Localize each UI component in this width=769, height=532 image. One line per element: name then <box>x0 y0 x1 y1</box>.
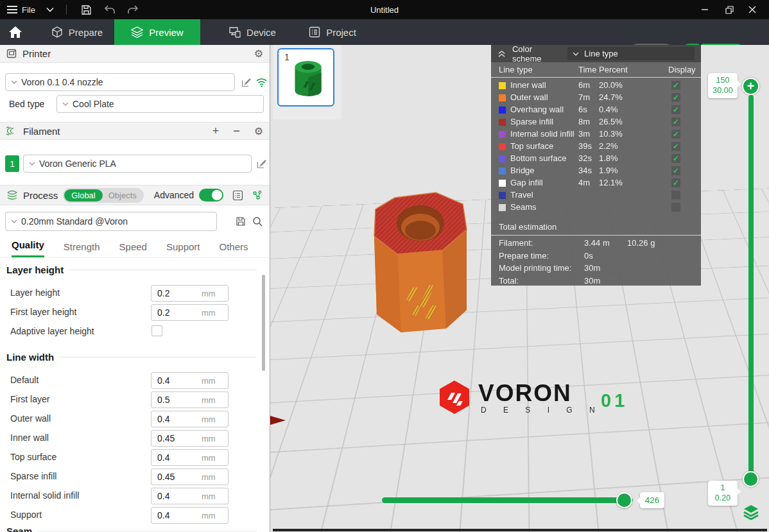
collapse-panel-icon[interactable] <box>497 50 506 58</box>
layer-min-tooltip: 1 0.20 <box>708 481 738 506</box>
search-icon[interactable] <box>250 214 264 228</box>
display-checkbox[interactable]: ✓ <box>671 166 680 175</box>
first-layer-height-field: mm <box>151 304 229 321</box>
step-slider-handle[interactable] <box>616 492 632 508</box>
close-button[interactable] <box>739 0 765 19</box>
preview-viewport[interactable]: VORON D E S I G N 01 <box>270 45 769 532</box>
tab-preview[interactable]: Preview <box>114 19 200 45</box>
line-type-time: 32s <box>578 153 592 163</box>
line-type-percent: 10.3% <box>599 129 623 139</box>
home-icon[interactable] <box>0 19 31 45</box>
value-input[interactable] <box>151 490 202 502</box>
save-preset-icon[interactable] <box>234 214 248 228</box>
line-type-time: 4m <box>578 178 590 187</box>
maximize-button[interactable] <box>716 0 742 19</box>
total-estimation-row: Total:30m <box>491 275 701 288</box>
display-checkbox[interactable]: ✓ <box>671 142 680 151</box>
display-checkbox[interactable]: ✓ <box>671 81 680 90</box>
app-window: File Untitled Prepare <box>0 0 769 532</box>
process-tab-quality[interactable]: Quality <box>12 239 44 257</box>
printer-preset-select[interactable]: Voron 0.1 0.4 nozzle <box>5 73 235 91</box>
display-checkbox[interactable]: ✓ <box>671 93 680 102</box>
tab-device[interactable]: Device <box>212 19 293 45</box>
process-tab-support[interactable]: Support <box>166 241 200 257</box>
line-type-name: Internal solid infill <box>510 129 575 139</box>
process-scope-toggle[interactable]: Global Objects <box>63 188 144 203</box>
estimation-value: 0s <box>584 251 593 261</box>
scope-global[interactable]: Global <box>64 189 103 202</box>
line-type-time: 8m <box>578 117 590 126</box>
total-estimation-row: Prepare time:0s <box>491 250 701 263</box>
param-label: Support <box>10 510 42 520</box>
compare-presets-icon[interactable] <box>252 190 263 201</box>
line-type-name: Travel <box>510 190 533 200</box>
filament-preset-select[interactable]: Voron Generic PLA <box>23 155 252 173</box>
line-type-color-swatch <box>499 119 506 126</box>
advanced-toggle[interactable] <box>199 189 223 202</box>
plate-thumbnail[interactable]: 1 <box>277 48 334 107</box>
line-type-percent: 1.8% <box>599 153 618 163</box>
sliced-model[interactable] <box>368 191 476 338</box>
adaptive-layer-height-checkbox[interactable] <box>151 325 162 336</box>
color-scheme-header: Color scheme Line type <box>491 45 701 62</box>
display-checkbox[interactable]: ✓ <box>671 105 680 114</box>
tab-project[interactable]: Project <box>294 19 371 45</box>
edit-printer-icon[interactable] <box>239 75 253 89</box>
line-type-name: Overhang wall <box>510 105 564 114</box>
filament-slot-badge[interactable]: 1 <box>5 155 19 172</box>
sparse-infill-width-field: mm <box>151 468 229 485</box>
collapsed-bottom-bar[interactable] <box>273 529 767 531</box>
value-input[interactable] <box>151 452 202 463</box>
display-checkbox[interactable] <box>671 191 680 200</box>
line-type-row: Seams <box>491 202 701 214</box>
process-tab-strength[interactable]: Strength <box>64 241 100 257</box>
line-type-name: Bridge <box>510 166 535 175</box>
value-input[interactable] <box>151 375 202 386</box>
edit-filament-icon[interactable] <box>254 157 268 171</box>
value-input[interactable] <box>151 433 202 444</box>
layer-height-input[interactable] <box>151 287 202 299</box>
remove-filament-icon[interactable]: − <box>233 124 240 138</box>
display-checkbox[interactable]: ✓ <box>671 130 680 139</box>
minimize-button[interactable] <box>692 0 718 19</box>
window-title: Untitled <box>0 0 769 19</box>
filament-settings-gear-icon[interactable]: ⚙ <box>254 125 263 137</box>
process-preset-select[interactable]: 0.20mm Standard @Voron <box>5 212 217 231</box>
display-checkbox[interactable] <box>671 203 680 212</box>
estimation-label: Prepare time: <box>499 251 549 261</box>
layer-slider-bottom-handle[interactable] <box>743 471 759 487</box>
layer-max-tooltip: 150 30.00 <box>708 73 738 98</box>
line-type-row: Bottom surface32s1.8%✓ <box>491 153 701 165</box>
display-checkbox[interactable]: ✓ <box>671 178 680 187</box>
bed-type-select[interactable]: Cool Plate <box>56 95 264 113</box>
sidebar-scrollbar[interactable] <box>262 275 265 371</box>
plate-brand-logo: VORON D E S I G N <box>438 380 602 415</box>
display-checkbox[interactable]: ✓ <box>671 154 680 163</box>
color-scheme-select[interactable]: Line type <box>567 47 695 60</box>
add-filament-icon[interactable]: + <box>212 124 220 138</box>
value-input[interactable] <box>151 471 202 483</box>
first-layer-height-input[interactable] <box>151 307 202 318</box>
process-tab-others[interactable]: Others <box>220 241 248 257</box>
plate-thumbnail-number: 1 <box>284 52 289 62</box>
process-tab-speed[interactable]: Speed <box>119 241 147 257</box>
printer-section-header: Printer ⚙ <box>0 45 270 63</box>
step-slider-track[interactable] <box>382 497 633 503</box>
voron-hexagon-icon <box>438 380 471 415</box>
layers-mode-icon[interactable] <box>742 503 760 521</box>
display-checkbox[interactable]: ✓ <box>671 117 680 126</box>
value-input[interactable] <box>151 510 202 521</box>
line-type-name: Inner wall <box>510 80 546 90</box>
line-type-row: Travel <box>491 189 701 202</box>
layer-slider-top-handle[interactable]: + <box>742 78 759 95</box>
tab-prepare[interactable]: Prepare <box>40 19 114 45</box>
layer-height-section-title: Layer height <box>6 264 257 275</box>
param-label: Default <box>10 375 39 385</box>
parameter-list-icon[interactable] <box>232 190 243 201</box>
layer-slider-track[interactable] <box>748 95 754 480</box>
value-input[interactable] <box>151 413 202 425</box>
value-input[interactable] <box>151 394 202 406</box>
scope-objects[interactable]: Objects <box>103 191 143 200</box>
printer-settings-gear-icon[interactable]: ⚙ <box>254 47 263 60</box>
printer-connection-wifi-icon[interactable] <box>254 75 268 89</box>
